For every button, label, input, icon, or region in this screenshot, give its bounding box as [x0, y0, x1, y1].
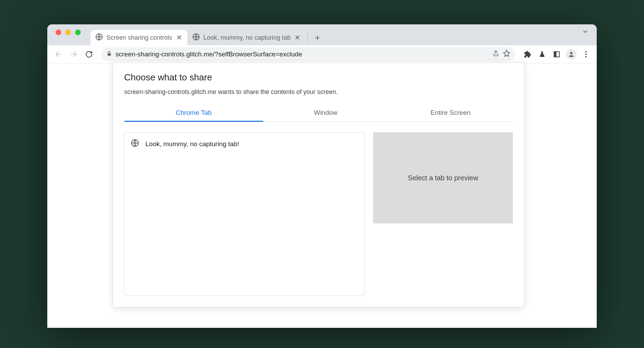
minimize-window-button[interactable]	[65, 30, 71, 35]
forward-button[interactable]	[67, 48, 80, 61]
reload-button[interactable]	[83, 48, 95, 61]
globe-icon	[95, 33, 103, 42]
close-tab-icon[interactable]: ✕	[176, 33, 183, 42]
menu-button[interactable]	[580, 48, 592, 60]
avatar-icon	[566, 49, 577, 60]
dialog-description: screen-sharing-controls.glitch.me wants …	[124, 88, 513, 96]
globe-icon	[131, 139, 139, 149]
svg-point-5	[570, 52, 573, 54]
tab-title: Look, mummy, no capturing tab	[203, 34, 291, 41]
share-content: Look, mummy, no capturing tab! Select a …	[124, 132, 513, 296]
preview-placeholder: Select a tab to preview	[408, 174, 478, 182]
preview-panel: Select a tab to preview	[373, 132, 513, 223]
share-source-tabs: Chrome Tab Window Entire Screen	[124, 104, 513, 122]
tab-search-button[interactable]	[579, 29, 592, 36]
extensions-icon[interactable]	[522, 48, 533, 60]
page-viewport: Choose what to share screen-sharing-cont…	[47, 63, 597, 328]
browser-tab-active[interactable]: Screen sharing controls ✕	[90, 30, 187, 45]
shareable-tab-title: Look, mummy, no capturing tab!	[145, 140, 239, 148]
url-text: screen-sharing-controls.glitch.me/?selfB…	[115, 50, 489, 58]
toolbar: screen-sharing-controls.glitch.me/?selfB…	[47, 45, 597, 63]
dialog-title: Choose what to share	[124, 72, 513, 83]
lock-icon	[106, 50, 112, 58]
maximize-window-button[interactable]	[75, 30, 81, 35]
tab-separator	[307, 33, 308, 42]
star-icon[interactable]	[503, 49, 510, 59]
new-tab-button[interactable]: +	[311, 31, 324, 44]
close-window-button[interactable]	[56, 30, 61, 35]
share-icon[interactable]	[492, 50, 499, 58]
share-tab-entire-screen[interactable]: Entire Screen	[388, 104, 513, 121]
tab-title: Screen sharing controls	[106, 34, 172, 41]
titlebar: Screen sharing controls ✕ Look, mummy, n…	[47, 24, 597, 45]
share-tab-chrome-tab[interactable]: Chrome Tab	[124, 104, 263, 121]
address-bar[interactable]: screen-sharing-controls.glitch.me/?selfB…	[102, 47, 515, 61]
shareable-tab-item[interactable]: Look, mummy, no capturing tab!	[131, 137, 358, 150]
window-controls	[56, 30, 81, 35]
back-button[interactable]	[52, 48, 65, 61]
reading-list-icon[interactable]	[551, 48, 563, 60]
share-tab-window[interactable]: Window	[263, 104, 388, 121]
browser-window: Screen sharing controls ✕ Look, mummy, n…	[47, 24, 597, 328]
tab-strip: Screen sharing controls ✕ Look, mummy, n…	[90, 24, 579, 45]
globe-icon	[192, 33, 200, 42]
shareable-tab-list: Look, mummy, no capturing tab!	[124, 132, 365, 296]
svg-rect-4	[554, 52, 557, 57]
browser-tab-inactive[interactable]: Look, mummy, no capturing tab ✕	[187, 30, 306, 45]
screen-share-dialog: Choose what to share screen-sharing-cont…	[113, 63, 524, 307]
profile-button[interactable]	[565, 48, 577, 60]
close-tab-icon[interactable]: ✕	[294, 33, 301, 42]
labs-icon[interactable]	[536, 48, 548, 60]
svg-rect-2	[107, 53, 111, 56]
